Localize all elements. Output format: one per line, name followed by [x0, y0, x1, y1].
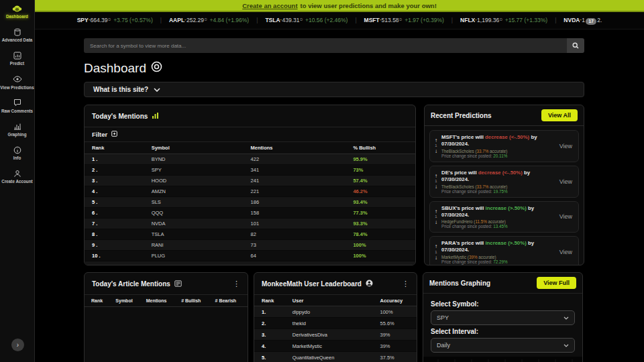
delayed-sup: D [300, 17, 303, 21]
kebab-menu-icon[interactable]: ⋮ [233, 280, 240, 288]
user-leaderboard-panel: MonkeeMath User Leaderboard ⋮ RankUserAc… [254, 272, 417, 362]
sidebar-item-create-account[interactable]: Create Account [0, 169, 34, 184]
mentions-mini-chart[interactable] [423, 357, 583, 362]
sidebar-item-graphing[interactable]: Graphing [0, 122, 34, 137]
mentions-table: RankSymbolMentions% Bullish 1 .BYND42295… [85, 142, 415, 265]
interval-select[interactable]: Daily [431, 338, 575, 353]
add-filter-icon[interactable] [111, 131, 117, 138]
upvote-arrow-icon[interactable]: ↑ [435, 208, 437, 215]
signup-banner: Create an account to view user predictio… [35, 0, 644, 12]
column-header: # Bullish [178, 295, 211, 307]
mentions-row[interactable]: 1 .BYND42295.9% [85, 154, 415, 165]
ticker-item-NVDA[interactable]: NVDA · 1172. [564, 17, 602, 24]
chevron-down-icon [564, 342, 569, 349]
todays-mentions-title: Today's Mentions [92, 113, 148, 120]
ticker-divider: | [555, 17, 556, 23]
column-header: % Bullish [349, 142, 415, 154]
page-title: Dashboard [84, 61, 584, 76]
sidebar-item-predict[interactable]: Predict [0, 51, 34, 66]
vote-controls: ↑1↓ [435, 243, 437, 260]
mentions-row[interactable]: 4 .AMZN22146.2% [85, 186, 415, 197]
downvote-arrow-icon[interactable]: ↓ [435, 219, 437, 225]
mentions-row[interactable]: 9 .RANI73100% [85, 240, 415, 251]
column-header: Rank [254, 295, 288, 306]
leaderboard-row[interactable]: 1.dippydo100% [254, 306, 417, 318]
database-icon [13, 27, 21, 36]
mentions-row[interactable]: 7 .NVDA10193.3% [85, 219, 415, 229]
mentions-row[interactable]: 3 .HOOD24157.4% [85, 176, 415, 186]
article-mentions-table: RankSymbolMentions# Bullish# Bearish [85, 295, 248, 307]
search-bar [84, 38, 584, 53]
ticker-items: SPY · 664.39D +3.75 (+0.57%)|AAPL · 252.… [77, 17, 602, 24]
downvote-arrow-icon[interactable]: ↓ [435, 148, 437, 154]
what-is-this-site-accordion[interactable]: What is this site? [84, 82, 584, 97]
ticker-item-MSFT[interactable]: MSFT · 513.58D +1.97 (+0.39%) [364, 17, 444, 23]
column-header: Accuracy [376, 295, 417, 306]
create-account-link[interactable]: Create an account [242, 2, 297, 9]
prediction-author: TheBlackScholes (33.7% accurate) [441, 149, 555, 154]
eye-icon [13, 75, 22, 84]
downvote-arrow-icon[interactable]: ↓ [435, 184, 437, 190]
prediction-card[interactable]: ↑1↓DE's price will decrease (<-.50%) by … [429, 166, 579, 198]
ticker-item-SPY[interactable]: SPY · 664.39D +3.75 (+0.57%) [77, 17, 153, 23]
prediction-card[interactable]: ↑1↓SBUX's price will increase (>.50%) by… [429, 201, 579, 233]
view-link[interactable]: View [559, 213, 572, 220]
sidebar-expand-button[interactable]: › [11, 339, 24, 351]
interval-select-value: Daily [437, 342, 450, 349]
mentions-chart-icon [152, 110, 159, 122]
prediction-text: SBUX's price will increase (>.50%) by 07… [441, 205, 555, 219]
mentions-row[interactable]: 5 .SLS18693.4% [85, 197, 415, 208]
symbol-select[interactable]: SPY [431, 310, 575, 325]
chart-box-icon [13, 51, 21, 60]
sidebar-item-label: View Predictions [0, 85, 34, 90]
view-all-button[interactable]: View All [541, 109, 578, 121]
leaderboard-header: MonkeeMath User Leaderboard ⋮ [254, 273, 417, 295]
upvote-arrow-icon[interactable]: ↑ [435, 137, 437, 143]
article-mentions-title: Today's Article Mentions [92, 280, 170, 288]
prediction-card[interactable]: ↑1↓MSFT's price will decrease (<-.50%) b… [429, 130, 579, 162]
sidebar-item-advanced-data[interactable]: Advanced Data [0, 27, 34, 43]
graphing-body: Select Symbol: SPY Select Interval: Dail… [423, 294, 582, 362]
leaderboard-row[interactable]: 3.DerivativesDiva39% [254, 329, 417, 341]
leaderboard-row[interactable]: 2.thekid55.6% [254, 318, 417, 329]
ticker-item-NFLX[interactable]: NFLX · 1,199.36D +15.77 (+1.33%) [460, 17, 547, 23]
mentions-row[interactable]: 8 .TSLA8278.4% [85, 229, 415, 240]
column-header: Mentions [143, 295, 178, 307]
downvote-arrow-icon[interactable]: ↓ [435, 255, 437, 261]
mentions-row[interactable]: 11 .COIN6395% [85, 261, 415, 266]
sidebar-item-label: Dashboard [6, 14, 28, 19]
vote-count: 1 [435, 143, 437, 148]
sidebar-item-info[interactable]: Info [0, 145, 34, 161]
kebab-menu-icon[interactable]: ⋮ [402, 280, 409, 288]
mentions-row[interactable]: 10 .PLUG64100% [85, 251, 415, 261]
prediction-card[interactable]: ↑1↓PARA's price will increase (>.50%) by… [429, 236, 579, 265]
view-link[interactable]: View [559, 178, 572, 185]
sidebar-item-view-predictions[interactable]: View Predictions [0, 75, 34, 90]
search-button[interactable] [567, 38, 584, 53]
mentions-row[interactable]: 2 .SPY34173% [85, 165, 415, 176]
user-icon [13, 169, 21, 178]
chevron-down-icon [154, 86, 160, 93]
view-link[interactable]: View [559, 249, 572, 255]
main-content: Dashboard What is this site? Today's Men… [84, 29, 584, 362]
mentions-graphing-panel: Mentions Graphing View Full Select Symbo… [423, 272, 583, 362]
mentions-row[interactable]: 6 .QQQ15877.3% [85, 208, 415, 219]
upvote-arrow-icon[interactable]: ↑ [435, 243, 437, 249]
leaderboard-row[interactable]: 5.QuantitativeQueen37.5% [254, 352, 417, 362]
ticker-item-AAPL[interactable]: AAPL · 252.29D +4.84 (+1.96%) [169, 17, 249, 23]
leaderboard-row[interactable]: 4.MarketMystic39% [254, 341, 417, 352]
sidebar-item-raw-comments[interactable]: Raw Comments [0, 99, 34, 114]
todays-mentions-header: Today's Mentions [85, 105, 415, 127]
article-mentions-panel: Today's Article Mentions ⋮ RankSymbolMen… [84, 272, 248, 362]
view-full-button[interactable]: View Full [537, 277, 576, 289]
upvote-arrow-icon[interactable]: ↑ [435, 173, 437, 179]
view-link[interactable]: View [559, 143, 572, 149]
search-input[interactable] [84, 38, 567, 53]
filter-row[interactable]: Filter [85, 127, 415, 142]
mentions-head-row: RankSymbolMentions% Bullish [85, 142, 415, 154]
person-circle-icon [366, 278, 373, 290]
ticker-item-TSLA[interactable]: TSLA · 439.31D +10.56 (+2.46%) [265, 17, 347, 23]
page-title-text: Dashboard [84, 61, 146, 76]
sidebar-item-dashboard[interactable]: Dashboard [0, 4, 34, 19]
ticker-divider: | [256, 17, 258, 23]
